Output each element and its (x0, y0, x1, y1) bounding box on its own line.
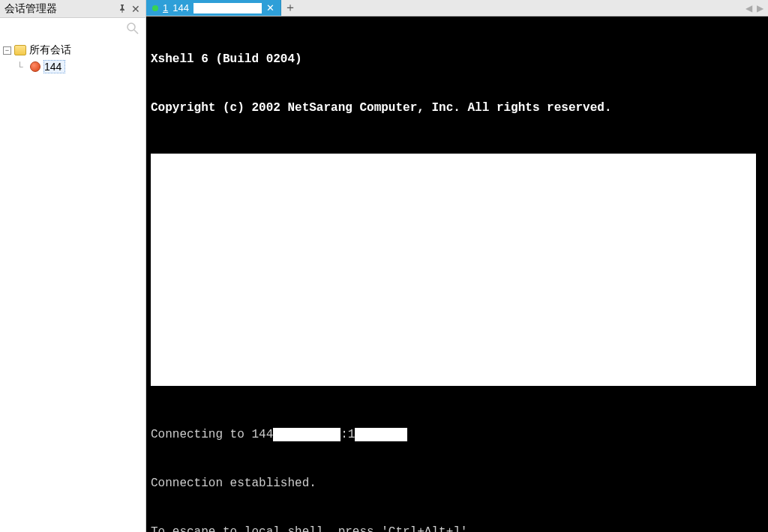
main-area: 1 144 ✕ ＋ ◀ ▶ Xshell 6 (Build 0204) Copy… (146, 0, 768, 532)
tab-number: 1 (163, 2, 168, 13)
session-manager-panel: 会话管理器 ✕ − 所有会话 └ 144 (0, 0, 146, 532)
terminal-escape-hint: To escape to local shell, press 'Ctrl+Al… (151, 525, 764, 533)
new-tab-button[interactable]: ＋ (281, 0, 299, 16)
terminal-established: Connection established. (151, 476, 764, 492)
terminal-header-1: Xshell 6 (Build 0204) (151, 52, 764, 68)
tab-nav-arrows: ◀ ▶ (741, 0, 768, 16)
terminal-connecting: Connecting to 144:1 (151, 427, 764, 444)
session-icon (30, 61, 40, 72)
tab-close-icon[interactable]: ✕ (266, 2, 274, 13)
sidebar-title: 会话管理器 (4, 2, 116, 16)
sidebar-search-row (0, 18, 146, 39)
tab-active[interactable]: 1 144 ✕ (146, 0, 281, 16)
folder-icon (14, 45, 26, 55)
tree-connector-icon: └ (16, 61, 27, 72)
svg-rect-0 (122, 10, 123, 13)
tree-session-label: 144 (44, 61, 62, 73)
close-panel-icon[interactable]: ✕ (129, 3, 142, 15)
terminal-header-2: Copyright (c) 2002 NetSarang Computer, I… (151, 100, 764, 117)
tree-session-item[interactable]: └ 144 (3, 58, 142, 75)
tree-collapse-icon[interactable]: − (3, 46, 11, 55)
svg-point-1 (128, 23, 135, 31)
terminal-white-block (151, 154, 756, 386)
svg-line-2 (134, 30, 138, 34)
tree-root-label: 所有会话 (29, 43, 71, 57)
tab-bar: 1 144 ✕ ＋ ◀ ▶ (146, 0, 768, 16)
terminal-output[interactable]: Xshell 6 (Build 0204) Copyright (c) 2002… (146, 16, 768, 532)
status-dot-icon (152, 5, 158, 11)
pin-icon[interactable] (116, 3, 129, 15)
tab-next-icon[interactable]: ▶ (757, 3, 764, 13)
session-tree: − 所有会话 └ 144 (0, 39, 146, 78)
tree-root[interactable]: − 所有会话 (3, 42, 142, 58)
search-icon[interactable] (126, 22, 140, 35)
tab-label-prefix: 144 (172, 2, 189, 13)
tab-label-redacted (194, 3, 262, 13)
sidebar-header: 会话管理器 ✕ (0, 0, 146, 18)
tab-prev-icon[interactable]: ◀ (746, 3, 752, 13)
